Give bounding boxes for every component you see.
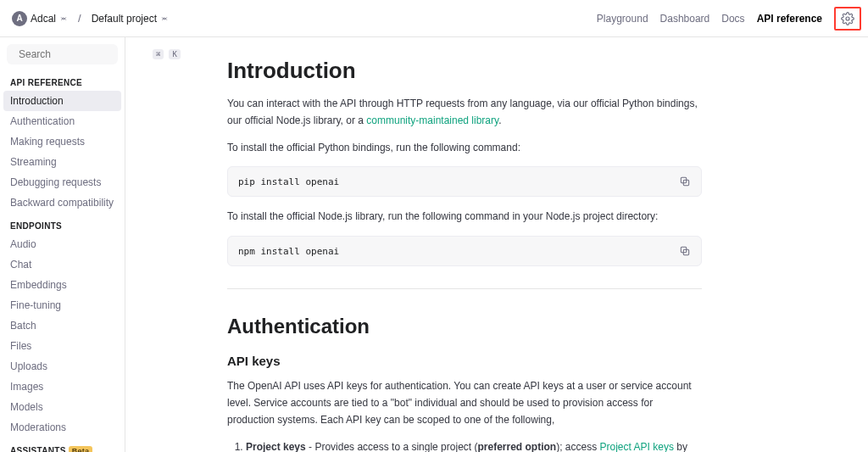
sidebar-heading-endpoints: ENDPOINTS: [3, 213, 121, 234]
code-pip: pip install openai: [227, 166, 702, 197]
sidebar-item-moderations[interactable]: Moderations: [3, 417, 121, 438]
intro-heading: Introduction: [227, 58, 834, 84]
sidebar-item-images[interactable]: Images: [3, 377, 121, 397]
sidebar-heading-api: API REFERENCE: [3, 70, 121, 91]
org-name: Adcal: [31, 13, 56, 25]
intro-para-3: To install the official Node.js library,…: [227, 209, 702, 226]
nav-docs[interactable]: Docs: [721, 13, 744, 25]
sidebar-item-models[interactable]: Models: [3, 397, 121, 417]
code-text: npm install openai: [238, 246, 339, 257]
project-name: Default project: [92, 13, 157, 25]
nav-api-reference[interactable]: API reference: [757, 13, 822, 25]
divider: [227, 288, 702, 289]
link-project-keys[interactable]: Project API keys: [600, 441, 674, 452]
list-item-project-keys: Project keys - Provides access to a sing…: [246, 439, 702, 452]
project-switcher[interactable]: Default project: [86, 9, 174, 28]
nav-dashboard[interactable]: Dashboard: [660, 13, 710, 25]
copy-icon[interactable]: [679, 176, 691, 187]
sidebar-item-compat[interactable]: Backward compatibility: [3, 193, 121, 213]
auth-heading: Authentication: [227, 315, 834, 338]
org-switcher[interactable]: A Adcal: [7, 8, 73, 30]
breadcrumb-sep: /: [78, 12, 81, 25]
search-input[interactable]: ⌘ K: [7, 44, 118, 64]
sidebar-item-making-requests[interactable]: Making requests: [3, 131, 121, 152]
copy-icon[interactable]: [679, 245, 691, 257]
sidebar-heading-assistants: ASSISTANTS Beta: [3, 438, 121, 452]
settings-highlight: [834, 7, 861, 31]
sidebar-item-streaming[interactable]: Streaming: [3, 152, 121, 172]
auth-subheading: API keys: [227, 354, 834, 368]
main-content[interactable]: Introduction You can interact with the A…: [125, 37, 868, 452]
sidebar-item-debugging[interactable]: Debugging requests: [3, 172, 121, 193]
chevron-down-icon: [59, 14, 68, 23]
sidebar-item-authentication[interactable]: Authentication: [3, 111, 121, 131]
chevron-down-icon: [160, 14, 169, 23]
search-field[interactable]: [17, 47, 147, 61]
sidebar-item-embeddings[interactable]: Embeddings: [3, 275, 121, 295]
sidebar-item-fine-tuning[interactable]: Fine-tuning: [3, 295, 121, 315]
svg-point-0: [846, 17, 849, 20]
intro-para-2: To install the official Python bindings,…: [227, 140, 702, 157]
code-text: pip install openai: [238, 176, 339, 187]
gear-icon[interactable]: [841, 12, 854, 25]
sidebar-scroll[interactable]: API REFERENCE Introduction Authenticatio…: [0, 70, 125, 452]
keys-list: Project keys - Provides access to a sing…: [227, 439, 702, 452]
sidebar-item-audio[interactable]: Audio: [3, 234, 121, 254]
code-npm: npm install openai: [227, 236, 702, 266]
sidebar-item-chat[interactable]: Chat: [3, 254, 121, 275]
link-community[interactable]: community-maintained library: [366, 114, 498, 126]
auth-para-1: The OpenAI API uses API keys for authent…: [227, 378, 702, 428]
intro-para-1: You can interact with the API through HT…: [227, 96, 702, 130]
kbd-k: K: [169, 49, 180, 59]
sidebar-item-files[interactable]: Files: [3, 336, 121, 356]
nav-playground[interactable]: Playground: [597, 13, 648, 25]
sidebar-item-batch[interactable]: Batch: [3, 315, 121, 336]
sidebar: ⌘ K API REFERENCE Introduction Authentic…: [0, 37, 125, 452]
sidebar-item-uploads[interactable]: Uploads: [3, 356, 121, 377]
kbd-meta: ⌘: [153, 49, 164, 59]
sidebar-item-introduction[interactable]: Introduction: [3, 91, 121, 111]
beta-badge: Beta: [69, 446, 93, 452]
avatar: A: [12, 11, 27, 26]
